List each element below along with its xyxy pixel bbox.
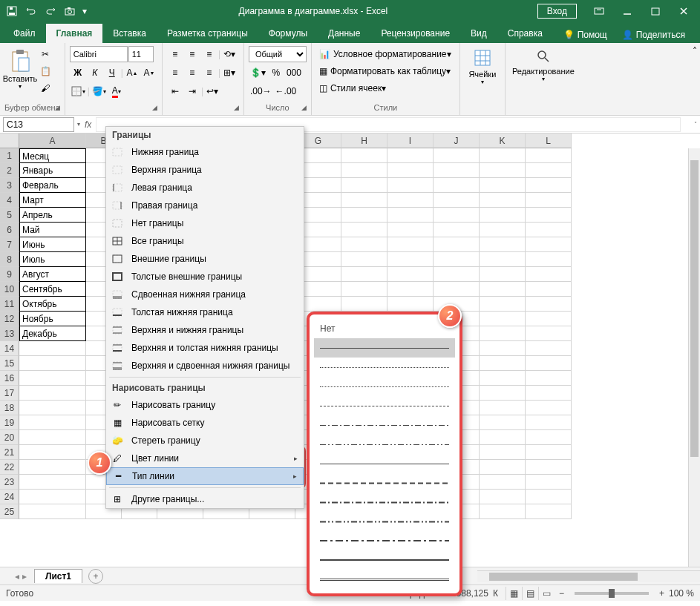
cell[interactable]	[480, 267, 526, 282]
cut-icon[interactable]: ✂	[37, 46, 53, 62]
cell[interactable]	[526, 356, 572, 371]
cell[interactable]	[434, 223, 480, 237]
line-style-dashed-fine[interactable]	[314, 396, 455, 415]
cell[interactable]	[341, 252, 387, 267]
border-option[interactable]: Сдвоенная нижняя граница	[106, 286, 304, 303]
increase-indent-icon[interactable]: ⇥	[184, 83, 200, 99]
minimize-icon[interactable]	[614, 2, 641, 20]
decrease-font-icon[interactable]: A▼	[141, 65, 157, 81]
row-header[interactable]: 10	[0, 282, 19, 297]
cell[interactable]	[434, 267, 480, 282]
row-header[interactable]: 20	[0, 430, 19, 445]
cell[interactable]	[480, 178, 526, 193]
row-header[interactable]: 13	[0, 326, 19, 341]
cell[interactable]	[387, 223, 434, 237]
maximize-icon[interactable]	[642, 2, 669, 20]
cell[interactable]	[434, 237, 480, 252]
cell[interactable]	[341, 223, 387, 237]
row-header[interactable]: 8	[0, 252, 19, 267]
cell[interactable]	[480, 252, 526, 267]
cell[interactable]	[19, 490, 86, 504]
cell[interactable]	[480, 386, 526, 401]
cell[interactable]	[526, 430, 572, 445]
cell[interactable]	[480, 297, 526, 312]
cell[interactable]	[526, 326, 572, 341]
cell[interactable]	[387, 148, 434, 163]
row-header[interactable]: 4	[0, 193, 19, 208]
cell[interactable]	[341, 208, 387, 223]
cell[interactable]: Январь	[19, 163, 86, 178]
underline-button[interactable]: Ч	[104, 65, 120, 81]
cell[interactable]	[480, 326, 526, 341]
cell[interactable]	[526, 163, 572, 178]
row-header[interactable]: 12	[0, 312, 19, 326]
cell[interactable]	[526, 282, 572, 297]
border-option[interactable]: Нет границы	[106, 214, 304, 232]
cell[interactable]	[341, 163, 387, 178]
cell[interactable]: Декабрь	[19, 326, 86, 341]
select-all-corner[interactable]	[0, 134, 19, 148]
cell[interactable]: Сентябрь	[19, 282, 86, 297]
line-style-slanted-dash-dot[interactable]	[314, 531, 455, 550]
border-option[interactable]: Внешние границы	[106, 250, 304, 268]
cell[interactable]	[341, 178, 387, 193]
line-style-double[interactable]	[314, 570, 455, 589]
row-header[interactable]: 22	[0, 460, 19, 475]
sheet-tab[interactable]: Лист1	[34, 569, 82, 583]
cell[interactable]	[526, 341, 572, 356]
cell[interactable]	[19, 371, 86, 386]
close-icon[interactable]	[670, 2, 697, 20]
wrap-text-icon[interactable]: ↩▾	[204, 83, 220, 99]
row-header[interactable]: 24	[0, 490, 19, 504]
cell[interactable]	[19, 386, 86, 401]
zoom-in-icon[interactable]: +	[659, 588, 664, 599]
tab-insert[interactable]: Вставка	[102, 24, 157, 43]
column-header[interactable]: A	[19, 134, 86, 148]
conditional-formatting-button[interactable]: 📊 Условное форматирование ▾	[316, 46, 454, 62]
expand-formula-icon[interactable]: ˅	[694, 121, 697, 128]
cell[interactable]: Июль	[19, 252, 86, 267]
line-style-dash-dot[interactable]	[314, 415, 455, 435]
sheet-nav-next-icon[interactable]: ▸	[22, 571, 27, 582]
normal-view-icon[interactable]: ▦	[506, 587, 522, 600]
border-option[interactable]: Верхняя и сдвоенная нижняя границы	[106, 357, 304, 375]
decrease-indent-icon[interactable]: ⇤	[167, 83, 183, 99]
line-type-item[interactable]: ━Тип линии▸	[106, 467, 304, 485]
cell[interactable]	[19, 445, 86, 460]
page-break-view-icon[interactable]: ▭	[538, 587, 555, 600]
cell[interactable]	[526, 401, 572, 415]
row-header[interactable]: 21	[0, 445, 19, 460]
cell[interactable]	[480, 460, 526, 475]
cell[interactable]	[19, 401, 86, 415]
tab-file[interactable]: Файл	[3, 24, 46, 43]
draw-border-option[interactable]: ✏Нарисовать границу	[106, 396, 304, 414]
row-header[interactable]: 11	[0, 297, 19, 312]
row-header[interactable]: 6	[0, 223, 19, 237]
draw-border-option[interactable]: ▦Нарисовать сетку	[106, 414, 304, 432]
cell[interactable]	[480, 415, 526, 430]
border-option[interactable]: Толстая нижняя граница	[106, 303, 304, 321]
tab-page-layout[interactable]: Разметка страницы	[157, 24, 258, 43]
qat-dropdown-icon[interactable]: ▾	[80, 2, 89, 20]
cell[interactable]	[434, 148, 480, 163]
zoom-slider[interactable]	[575, 592, 649, 595]
cell[interactable]	[480, 312, 526, 326]
cell[interactable]	[341, 282, 387, 297]
borders-button[interactable]: ▾	[70, 83, 87, 99]
cell[interactable]	[526, 193, 572, 208]
cell[interactable]	[434, 208, 480, 223]
cell[interactable]	[526, 223, 572, 237]
collapse-ribbon-icon[interactable]: ˄	[690, 43, 700, 115]
cells-button[interactable]: Ячейки ▾	[465, 46, 500, 95]
cell[interactable]	[19, 430, 86, 445]
share-button[interactable]: 👤Поделиться	[615, 27, 693, 43]
font-size-input[interactable]	[128, 46, 154, 62]
border-option[interactable]: Верхняя граница	[106, 161, 304, 179]
paste-button[interactable]: Вставить ▾	[4, 46, 36, 95]
line-style-none[interactable]: Нет	[314, 319, 455, 338]
row-header[interactable]: 16	[0, 371, 19, 386]
name-box[interactable]	[3, 117, 74, 132]
cell[interactable]	[526, 475, 572, 490]
increase-font-icon[interactable]: A▲	[124, 65, 140, 81]
cell[interactable]	[387, 163, 434, 178]
